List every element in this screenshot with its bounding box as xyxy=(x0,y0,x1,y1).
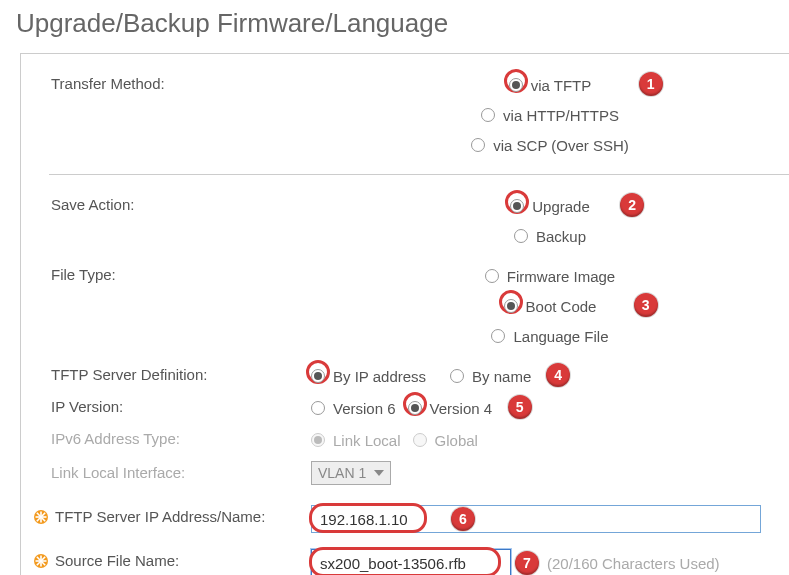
row-server-definition: TFTP Server Definition: By IP address By… xyxy=(21,363,789,389)
radio-label-by-ip: By IP address xyxy=(333,368,426,385)
label-ipv6-type: IPv6 Address Type: xyxy=(21,427,311,447)
char-count-hint: (20/160 Characters Used) xyxy=(547,555,720,572)
radio-global xyxy=(413,433,427,447)
row-save-action: Save Action: Upgrade 2 Backup xyxy=(21,193,789,249)
row-ipv6-type: IPv6 Address Type: Link Local Global xyxy=(21,427,789,453)
label-transfer-method: Transfer Method: xyxy=(21,72,311,92)
input-server-address-value: 192.168.1.10 xyxy=(320,511,408,528)
label-link-local-if: Link Local Interface: xyxy=(21,461,311,481)
step-badge-3: 3 xyxy=(634,293,658,317)
label-file-type: File Type: xyxy=(21,263,311,283)
row-source-file: Source File Name: sx200_boot-13506.rfb 7… xyxy=(21,549,789,575)
radio-version-4[interactable] xyxy=(408,401,422,415)
page-title: Upgrade/Backup Firmware/Language xyxy=(0,0,789,53)
radio-version-6[interactable] xyxy=(311,401,325,415)
radio-via-http[interactable] xyxy=(481,108,495,122)
radio-label-boot-code: Boot Code xyxy=(526,298,597,315)
step-badge-2: 2 xyxy=(620,193,644,217)
radio-link-local xyxy=(311,433,325,447)
step-badge-4: 4 xyxy=(546,363,570,387)
row-link-local-if: Link Local Interface: VLAN 1 xyxy=(21,461,789,485)
radio-label-version-6: Version 6 xyxy=(333,400,396,417)
radio-label-via-tftp: via TFTP xyxy=(531,77,592,94)
radio-label-backup: Backup xyxy=(536,228,586,245)
radio-via-scp[interactable] xyxy=(471,138,485,152)
chevron-down-icon xyxy=(374,470,384,476)
label-save-action: Save Action: xyxy=(21,193,311,213)
step-badge-6: 6 xyxy=(451,507,475,531)
radio-label-upgrade: Upgrade xyxy=(532,198,590,215)
radio-label-by-name: By name xyxy=(472,368,531,385)
input-source-file[interactable]: sx200_boot-13506.rfb xyxy=(311,549,511,575)
radio-by-ip[interactable] xyxy=(311,369,325,383)
label-source-file: Source File Name: xyxy=(21,549,311,569)
required-icon xyxy=(33,509,49,525)
radio-boot-code[interactable] xyxy=(504,299,518,313)
step-badge-5: 5 xyxy=(508,395,532,419)
radio-label-firmware-image: Firmware Image xyxy=(507,268,615,285)
radio-label-link-local: Link Local xyxy=(333,432,401,449)
divider xyxy=(49,174,789,175)
row-server-address: TFTP Server IP Address/Name: 192.168.1.1… xyxy=(21,505,789,533)
input-source-file-value: sx200_boot-13506.rfb xyxy=(320,555,466,572)
row-file-type: File Type: Firmware Image Boot Code 3 La… xyxy=(21,263,789,349)
radio-upgrade[interactable] xyxy=(510,199,524,213)
step-badge-7: 7 xyxy=(515,551,539,575)
radio-label-version-4: Version 4 xyxy=(430,400,493,417)
radio-label-global: Global xyxy=(435,432,478,449)
step-badge-1: 1 xyxy=(639,72,663,96)
select-link-local-interface: VLAN 1 xyxy=(311,461,391,485)
row-transfer-method: Transfer Method: via TFTP 1 via HTTP/HTT… xyxy=(21,72,789,158)
radio-label-language-file: Language File xyxy=(513,328,608,345)
label-ip-version: IP Version: xyxy=(21,395,311,415)
radio-firmware-image[interactable] xyxy=(485,269,499,283)
form-panel: Transfer Method: via TFTP 1 via HTTP/HTT… xyxy=(20,53,789,575)
radio-via-tftp[interactable] xyxy=(509,78,523,92)
radio-language-file[interactable] xyxy=(491,329,505,343)
radio-backup[interactable] xyxy=(514,229,528,243)
radio-by-name[interactable] xyxy=(450,369,464,383)
input-server-address[interactable]: 192.168.1.10 xyxy=(311,505,761,533)
required-icon xyxy=(33,553,49,569)
select-value: VLAN 1 xyxy=(318,465,366,481)
label-server-address: TFTP Server IP Address/Name: xyxy=(21,505,311,525)
row-ip-version: IP Version: Version 6 Version 4 5 xyxy=(21,395,789,421)
label-server-definition: TFTP Server Definition: xyxy=(21,363,311,383)
radio-label-via-scp: via SCP (Over SSH) xyxy=(493,137,629,154)
radio-label-via-http: via HTTP/HTTPS xyxy=(503,107,619,124)
